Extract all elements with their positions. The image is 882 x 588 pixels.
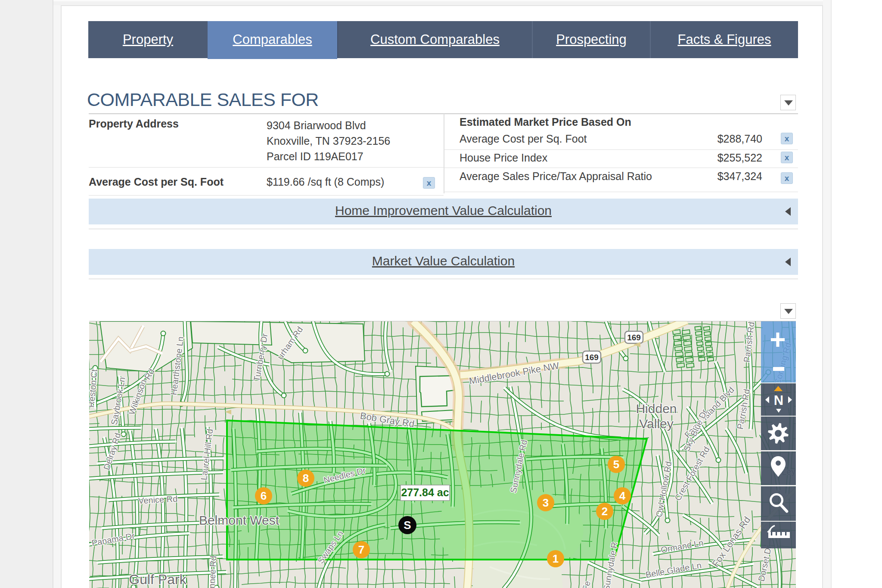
svg-text:6: 6 — [261, 489, 267, 502]
svg-text:+: + — [770, 324, 786, 355]
svg-text:4: 4 — [619, 489, 626, 502]
svg-text:S: S — [404, 519, 411, 532]
svg-text:Gulf Park: Gulf Park — [129, 572, 186, 587]
svg-text:277.84 ac: 277.84 ac — [401, 486, 449, 498]
svg-text:annee Rd: annee Rd — [207, 556, 218, 588]
svg-text:1: 1 — [553, 552, 559, 565]
svg-text:7: 7 — [358, 543, 364, 556]
svg-text:Hidden: Hidden — [636, 401, 677, 416]
svg-text:3: 3 — [543, 496, 549, 509]
svg-text:N: N — [774, 393, 783, 408]
svg-text:Valley: Valley — [639, 417, 673, 431]
svg-text:Belmont West: Belmont West — [199, 513, 280, 527]
svg-text:169: 169 — [585, 353, 599, 362]
svg-text:5: 5 — [613, 458, 619, 471]
svg-text:169: 169 — [627, 333, 641, 342]
svg-text:8: 8 — [303, 472, 309, 485]
svg-text:2: 2 — [602, 505, 608, 518]
